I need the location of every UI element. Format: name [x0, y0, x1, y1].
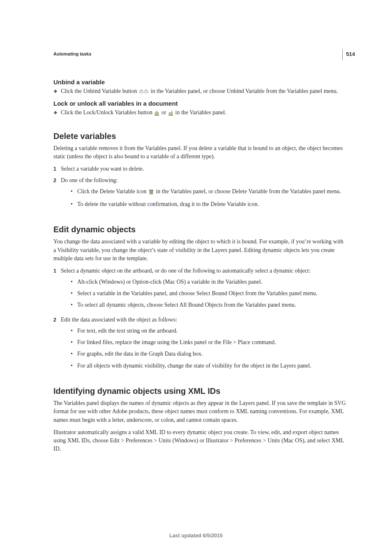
trash-icon — [149, 189, 154, 197]
body-text: Select a variable you want to delete. — [61, 165, 347, 173]
heading-xml-ids: Identifying dynamic objects using XML ID… — [53, 386, 347, 396]
body-text: For linked files, replace the image usin… — [77, 338, 347, 347]
body-text: in the Variables panel, or choose Unbind… — [151, 88, 338, 94]
breadcrumb: Automating tasks — [53, 51, 347, 56]
list-item: •For text, edit the text string on the a… — [71, 327, 347, 335]
heading-lock-unlock: Lock or unlock all variables in a docume… — [53, 100, 347, 107]
step-number: 1 — [53, 165, 61, 173]
list-item: 2 Do one of the following: • Click the D… — [53, 176, 347, 212]
bullet-icon: • — [71, 362, 77, 370]
list-item: • To delete the variable without confirm… — [71, 200, 347, 208]
body-text: in the Variables panel. — [175, 109, 226, 116]
body-text: in the Variables panel, or choose Delete… — [156, 188, 341, 194]
bullet-icon: • — [71, 327, 77, 335]
svg-rect-8 — [169, 113, 173, 115]
list-item: •For graphs, edit the data in the Graph … — [71, 350, 347, 358]
unlock-icon — [168, 110, 173, 118]
list-item: •To select all dynamic objects, choose S… — [71, 301, 347, 309]
ordered-list: 1 Select a dynamic object on the artboar… — [53, 267, 347, 373]
bullet-list: •For text, edit the text string on the a… — [71, 327, 347, 370]
list-item: •Select a variable in the Variables pane… — [71, 289, 347, 298]
bullet-icon: • — [71, 338, 77, 347]
list-item: ❖ Click the Unbind Variable button in th… — [53, 87, 347, 97]
svg-line-2 — [140, 90, 141, 90]
diamond-bullet-icon: ❖ — [53, 87, 61, 95]
body-text: Click the Unbind Variable button — [61, 88, 138, 94]
body-text: Click the Lock/Unlock Variables button — [61, 109, 154, 116]
body-text: For graphs, edit the data in the Graph D… — [77, 350, 347, 358]
footer-last-updated: Last updated 6/5/2015 — [0, 533, 392, 539]
body-text: Do one of the following: — [61, 177, 118, 183]
body-text: or — [161, 109, 168, 116]
svg-rect-6 — [155, 113, 159, 115]
body-text: Edit the data associated with the object… — [61, 317, 177, 323]
bullet-icon: • — [71, 200, 77, 208]
svg-line-5 — [146, 90, 147, 90]
bullet-icon: • — [71, 278, 77, 286]
bullet-icon: • — [71, 350, 77, 358]
svg-line-3 — [142, 89, 142, 90]
svg-rect-1 — [145, 91, 148, 93]
list-item: 2 Edit the data associated with the obje… — [53, 316, 347, 373]
step-number: 2 — [53, 316, 61, 324]
body-text: Click the Delete Variable icon — [77, 188, 148, 194]
bullet-icon: • — [71, 187, 77, 196]
svg-rect-0 — [140, 91, 143, 93]
bullet-icon: • — [71, 301, 77, 309]
list-item: •For linked files, replace the image usi… — [71, 338, 347, 347]
body-text: The Variables panel displays the names o… — [53, 399, 347, 424]
body-text: For all objects with dynamic visibility,… — [77, 362, 347, 370]
unbind-variable-icon — [139, 88, 148, 97]
body-text: Select a variable in the Variables panel… — [77, 289, 347, 298]
body-text: Select a dynamic object on the artboard,… — [61, 268, 311, 274]
list-item: 1 Select a dynamic object on the artboar… — [53, 267, 347, 312]
svg-rect-11 — [149, 190, 153, 191]
body-text: Illustrator automatically assigns a vali… — [53, 428, 347, 453]
bullet-icon: • — [71, 289, 77, 298]
body-text: To delete the variable without confirmat… — [77, 200, 347, 208]
lock-icon — [154, 110, 159, 118]
heading-unbind-variable: Unbind a variable — [53, 79, 347, 86]
page: 514 Automating tasks Unbind a variable ❖… — [0, 0, 392, 555]
list-item: ❖ Click the Lock/Unlock Variables button… — [53, 109, 347, 118]
body-text: You change the data associated with a va… — [53, 238, 347, 263]
list-item: • Click the Delete Variable icon — [71, 187, 347, 197]
svg-rect-10 — [150, 191, 152, 194]
body-text: Alt-click (Windows) or Option-click (Mac… — [77, 278, 347, 286]
ordered-list: 1 Select a variable you want to delete. … — [53, 165, 347, 212]
heading-edit-dynamic: Edit dynamic objects — [53, 225, 347, 234]
page-number: 514 — [342, 49, 355, 60]
list-item: •Alt-click (Windows) or Option-click (Ma… — [71, 278, 347, 286]
svg-line-4 — [145, 89, 146, 90]
heading-delete-variables: Delete variables — [53, 132, 347, 141]
step-number: 1 — [53, 267, 61, 275]
list-item: •For all objects with dynamic visibility… — [71, 362, 347, 370]
diamond-bullet-icon: ❖ — [53, 109, 61, 117]
body-text: For text, edit the text string on the ar… — [77, 327, 347, 335]
step-number: 2 — [53, 176, 61, 185]
bullet-list: • Click the Delete Variable icon — [71, 187, 347, 209]
body-text: Deleting a variable removes it from the … — [53, 144, 347, 161]
body-text: To select all dynamic objects, choose Se… — [77, 301, 347, 309]
list-item: 1 Select a variable you want to delete. — [53, 165, 347, 173]
bullet-list: •Alt-click (Windows) or Option-click (Ma… — [71, 278, 347, 310]
